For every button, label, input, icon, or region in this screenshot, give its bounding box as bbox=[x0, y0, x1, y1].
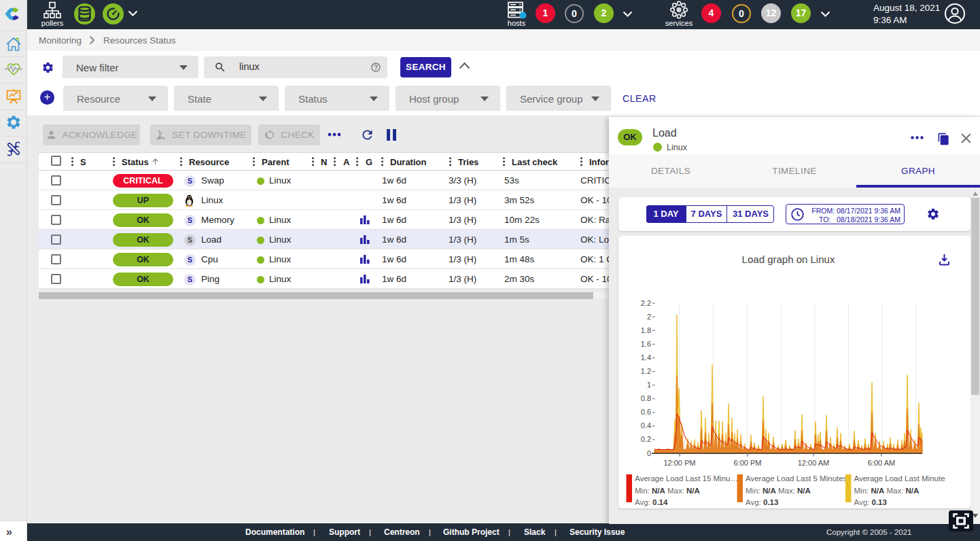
svg-text:2.2: 2.2 bbox=[641, 299, 651, 307]
svg-text:1.6: 1.6 bbox=[641, 340, 651, 348]
svg-text:12:00 PM: 12:00 PM bbox=[663, 459, 695, 467]
svg-text:Avg: 0.14: Avg: 0.14 bbox=[635, 498, 668, 506]
svg-text:Average Load Last 5 Minutes: Average Load Last 5 Minutes bbox=[746, 474, 847, 483]
svg-text:1.8: 1.8 bbox=[641, 326, 651, 334]
svg-text:Min: N/A Max: N/A: Min: N/A Max: N/A bbox=[635, 487, 700, 495]
svg-text:Avg: 0.13: Avg: 0.13 bbox=[746, 498, 778, 506]
svg-text:2: 2 bbox=[647, 313, 651, 321]
svg-text:1.4: 1.4 bbox=[641, 353, 651, 362]
svg-text:Average Load Last Minute: Average Load Last Minute bbox=[854, 474, 945, 483]
svg-text:0.6: 0.6 bbox=[641, 408, 651, 416]
svg-text:Min: N/A Max: N/A: Min: N/A Max: N/A bbox=[746, 487, 811, 495]
svg-text:6:00 PM: 6:00 PM bbox=[734, 459, 762, 467]
svg-text:6:00 AM: 6:00 AM bbox=[868, 459, 895, 467]
svg-text:Min: N/A Max: N/A: Min: N/A Max: N/A bbox=[854, 487, 920, 495]
svg-text:0.2: 0.2 bbox=[641, 435, 651, 443]
svg-text:1.2: 1.2 bbox=[641, 367, 651, 375]
svg-text:0.8: 0.8 bbox=[641, 394, 651, 402]
svg-text:12:00 AM: 12:00 AM bbox=[798, 459, 829, 467]
svg-text:1: 1 bbox=[647, 381, 651, 389]
svg-text:0.4: 0.4 bbox=[641, 421, 651, 430]
svg-text:Load graph on Linux: Load graph on Linux bbox=[742, 254, 835, 265]
svg-text:Avg: 0.13: Avg: 0.13 bbox=[854, 498, 887, 506]
svg-text:0: 0 bbox=[647, 449, 651, 457]
svg-text:Average Load Last 15 Minu…: Average Load Last 15 Minu… bbox=[635, 474, 738, 483]
